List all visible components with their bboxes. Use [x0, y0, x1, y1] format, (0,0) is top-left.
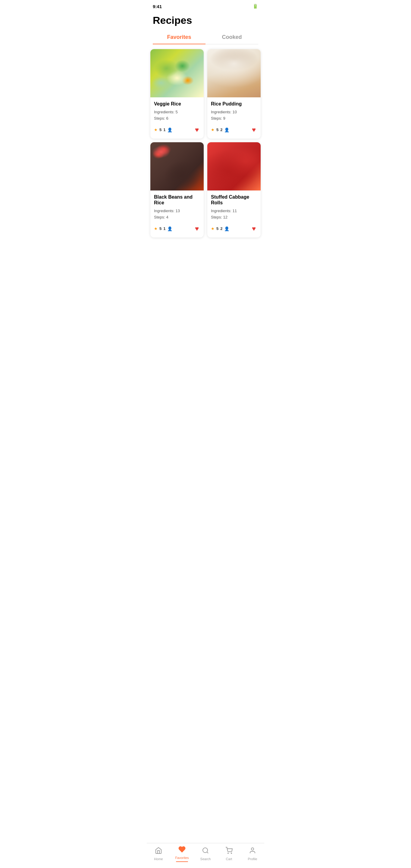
- person-icon-cabbage-rolls: 👤: [224, 226, 229, 231]
- star-1: ★: [154, 127, 158, 132]
- stars-black-beans: ★: [154, 226, 158, 231]
- heart-icon-veggie-rice: ♥: [195, 126, 199, 133]
- tabs: Favorites Cooked: [153, 31, 258, 44]
- favorite-btn-cabbage-rolls[interactable]: ♥: [251, 224, 257, 234]
- recipes-grid: Veggie Rice Ingredients: 5 Steps: 6 ★ 5 …: [147, 44, 264, 268]
- recipe-stats-black-beans: ★ 5 1 👤: [154, 226, 172, 231]
- heart-icon-rice-pudding: ♥: [252, 126, 256, 133]
- heart-icon-black-beans: ♥: [195, 225, 199, 232]
- rating-veggie-rice: 5: [159, 127, 161, 132]
- bottom-nav: Home Favorites Search Cart: [147, 843, 264, 868]
- star-1: ★: [211, 127, 215, 132]
- rating-black-beans: 5: [159, 226, 161, 231]
- nav-active-indicator: [176, 861, 188, 862]
- recipe-image-rice-pudding: [207, 49, 261, 97]
- recipe-card-veggie-rice[interactable]: Veggie Rice Ingredients: 5 Steps: 6 ★ 5 …: [150, 49, 204, 138]
- recipe-image-veggie-rice: [150, 49, 204, 97]
- recipe-name-veggie-rice: Veggie Rice: [154, 101, 200, 107]
- nav-label-cart: Cart: [226, 857, 232, 861]
- recipe-card-cabbage-rolls[interactable]: Stuffed Cabbage Rolls Ingredients: 11 St…: [207, 142, 261, 238]
- nav-item-home[interactable]: Home: [150, 847, 167, 861]
- stars-rice-pudding: ★: [211, 127, 215, 132]
- recipe-info-cabbage-rolls: Stuffed Cabbage Rolls Ingredients: 11 St…: [207, 190, 261, 238]
- page-title: Recipes: [147, 11, 264, 31]
- nav-item-profile[interactable]: Profile: [244, 847, 261, 861]
- favorite-btn-veggie-rice[interactable]: ♥: [194, 125, 200, 135]
- svg-point-3: [231, 853, 232, 854]
- person-icon-black-beans: 👤: [167, 226, 172, 231]
- battery-icon: 🔋: [253, 4, 258, 9]
- nav-item-cart[interactable]: Cart: [220, 847, 238, 861]
- servings-cabbage-rolls: 2: [220, 226, 222, 231]
- svg-point-4: [251, 848, 254, 850]
- stars-veggie-rice: ★: [154, 127, 158, 132]
- recipe-meta-veggie-rice: Ingredients: 5 Steps: 6: [154, 109, 200, 122]
- recipe-footer-black-beans: ★ 5 1 👤 ♥: [154, 224, 200, 234]
- person-icon-rice-pudding: 👤: [224, 127, 229, 132]
- recipe-info-black-beans: Black Beans and Rice Ingredients: 13 Ste…: [150, 190, 204, 238]
- favorites-icon: [179, 846, 186, 855]
- star-1: ★: [211, 226, 215, 231]
- tab-cooked[interactable]: Cooked: [205, 31, 258, 44]
- rating-cabbage-rolls: 5: [216, 226, 218, 231]
- nav-label-profile: Profile: [248, 857, 257, 861]
- recipe-info-veggie-rice: Veggie Rice Ingredients: 5 Steps: 6 ★ 5 …: [150, 97, 204, 138]
- rating-rice-pudding: 5: [216, 127, 218, 132]
- nav-label-search: Search: [200, 857, 211, 861]
- recipe-footer-veggie-rice: ★ 5 1 👤 ♥: [154, 125, 200, 135]
- status-icons: 🔋: [253, 4, 258, 9]
- nav-item-search[interactable]: Search: [196, 847, 215, 861]
- svg-line-1: [207, 852, 208, 853]
- svg-point-0: [203, 848, 208, 852]
- recipe-image-black-beans: [150, 142, 204, 190]
- recipe-footer-cabbage-rolls: ★ 5 2 👤 ♥: [211, 224, 257, 234]
- servings-rice-pudding: 2: [220, 127, 222, 132]
- recipe-meta-cabbage-rolls: Ingredients: 11 Steps: 12: [211, 208, 257, 221]
- status-bar: 9:41 🔋: [147, 0, 264, 11]
- recipe-card-rice-pudding[interactable]: Rice Pudding Ingredients: 10 Steps: 9 ★ …: [207, 49, 261, 138]
- svg-point-2: [228, 853, 228, 854]
- recipe-meta-black-beans: Ingredients: 13 Steps: 4: [154, 208, 200, 221]
- recipe-image-cabbage-rolls: [207, 142, 261, 190]
- recipe-stats-veggie-rice: ★ 5 1 👤: [154, 127, 172, 132]
- recipe-info-rice-pudding: Rice Pudding Ingredients: 10 Steps: 9 ★ …: [207, 97, 261, 138]
- person-icon-veggie-rice: 👤: [167, 127, 172, 132]
- profile-icon: [249, 847, 256, 856]
- heart-icon-cabbage-rolls: ♥: [252, 225, 256, 232]
- tab-favorites[interactable]: Favorites: [153, 31, 205, 44]
- recipe-name-rice-pudding: Rice Pudding: [211, 101, 257, 107]
- servings-veggie-rice: 1: [163, 127, 165, 132]
- recipe-meta-rice-pudding: Ingredients: 10 Steps: 9: [211, 109, 257, 122]
- favorite-btn-black-beans[interactable]: ♥: [194, 224, 200, 234]
- nav-label-favorites: Favorites: [175, 856, 189, 860]
- cart-icon: [225, 847, 232, 856]
- recipe-stats-rice-pudding: ★ 5 2 👤: [211, 127, 229, 132]
- servings-black-beans: 1: [163, 226, 165, 231]
- search-icon: [202, 847, 209, 856]
- home-icon: [155, 847, 162, 856]
- recipe-name-black-beans: Black Beans and Rice: [154, 194, 200, 206]
- recipe-footer-rice-pudding: ★ 5 2 👤 ♥: [211, 125, 257, 135]
- recipe-stats-cabbage-rolls: ★ 5 2 👤: [211, 226, 229, 231]
- favorite-btn-rice-pudding[interactable]: ♥: [251, 125, 257, 135]
- recipe-card-black-beans[interactable]: Black Beans and Rice Ingredients: 13 Ste…: [150, 142, 204, 238]
- recipe-name-cabbage-rolls: Stuffed Cabbage Rolls: [211, 194, 257, 206]
- stars-cabbage-rolls: ★: [211, 226, 215, 231]
- status-time: 9:41: [153, 4, 162, 9]
- nav-item-favorites[interactable]: Favorites: [173, 846, 191, 862]
- star-1: ★: [154, 226, 158, 231]
- nav-label-home: Home: [154, 857, 163, 861]
